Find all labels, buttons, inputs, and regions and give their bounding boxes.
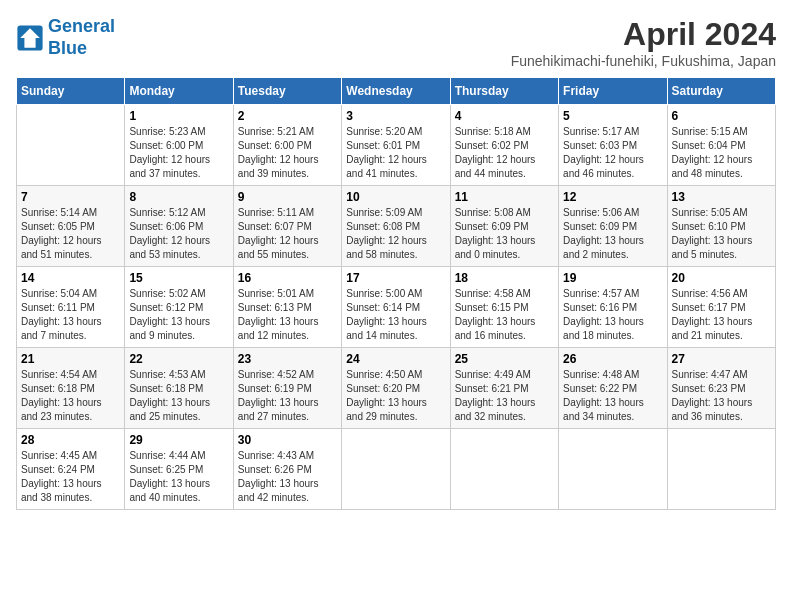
day-number: 30 [238, 433, 337, 447]
day-cell: 19Sunrise: 4:57 AM Sunset: 6:16 PM Dayli… [559, 267, 667, 348]
day-cell: 22Sunrise: 4:53 AM Sunset: 6:18 PM Dayli… [125, 348, 233, 429]
calendar-title: April 2024 [511, 16, 776, 53]
day-cell: 12Sunrise: 5:06 AM Sunset: 6:09 PM Dayli… [559, 186, 667, 267]
day-number: 28 [21, 433, 120, 447]
day-number: 8 [129, 190, 228, 204]
day-number: 4 [455, 109, 554, 123]
weekday-header-wednesday: Wednesday [342, 78, 450, 105]
day-info: Sunrise: 5:12 AM Sunset: 6:06 PM Dayligh… [129, 206, 228, 262]
day-cell: 27Sunrise: 4:47 AM Sunset: 6:23 PM Dayli… [667, 348, 775, 429]
day-number: 12 [563, 190, 662, 204]
day-cell: 7Sunrise: 5:14 AM Sunset: 6:05 PM Daylig… [17, 186, 125, 267]
day-info: Sunrise: 5:04 AM Sunset: 6:11 PM Dayligh… [21, 287, 120, 343]
day-info: Sunrise: 5:14 AM Sunset: 6:05 PM Dayligh… [21, 206, 120, 262]
week-row-4: 21Sunrise: 4:54 AM Sunset: 6:18 PM Dayli… [17, 348, 776, 429]
day-info: Sunrise: 4:58 AM Sunset: 6:15 PM Dayligh… [455, 287, 554, 343]
day-info: Sunrise: 5:09 AM Sunset: 6:08 PM Dayligh… [346, 206, 445, 262]
day-info: Sunrise: 5:15 AM Sunset: 6:04 PM Dayligh… [672, 125, 771, 181]
week-row-5: 28Sunrise: 4:45 AM Sunset: 6:24 PM Dayli… [17, 429, 776, 510]
day-cell: 16Sunrise: 5:01 AM Sunset: 6:13 PM Dayli… [233, 267, 341, 348]
day-number: 26 [563, 352, 662, 366]
day-info: Sunrise: 4:43 AM Sunset: 6:26 PM Dayligh… [238, 449, 337, 505]
day-number: 6 [672, 109, 771, 123]
day-number: 11 [455, 190, 554, 204]
calendar-body: 1Sunrise: 5:23 AM Sunset: 6:00 PM Daylig… [17, 105, 776, 510]
day-info: Sunrise: 4:49 AM Sunset: 6:21 PM Dayligh… [455, 368, 554, 424]
day-number: 14 [21, 271, 120, 285]
day-cell [450, 429, 558, 510]
day-info: Sunrise: 5:20 AM Sunset: 6:01 PM Dayligh… [346, 125, 445, 181]
day-number: 15 [129, 271, 228, 285]
day-number: 24 [346, 352, 445, 366]
page-header: General Blue April 2024 Funehikimachi-fu… [16, 16, 776, 69]
day-cell: 29Sunrise: 4:44 AM Sunset: 6:25 PM Dayli… [125, 429, 233, 510]
day-cell: 9Sunrise: 5:11 AM Sunset: 6:07 PM Daylig… [233, 186, 341, 267]
calendar-subtitle: Funehikimachi-funehiki, Fukushima, Japan [511, 53, 776, 69]
day-cell: 28Sunrise: 4:45 AM Sunset: 6:24 PM Dayli… [17, 429, 125, 510]
day-cell: 4Sunrise: 5:18 AM Sunset: 6:02 PM Daylig… [450, 105, 558, 186]
day-number: 18 [455, 271, 554, 285]
day-number: 21 [21, 352, 120, 366]
day-cell: 2Sunrise: 5:21 AM Sunset: 6:00 PM Daylig… [233, 105, 341, 186]
day-cell [559, 429, 667, 510]
day-info: Sunrise: 4:54 AM Sunset: 6:18 PM Dayligh… [21, 368, 120, 424]
day-info: Sunrise: 4:44 AM Sunset: 6:25 PM Dayligh… [129, 449, 228, 505]
week-row-3: 14Sunrise: 5:04 AM Sunset: 6:11 PM Dayli… [17, 267, 776, 348]
week-row-1: 1Sunrise: 5:23 AM Sunset: 6:00 PM Daylig… [17, 105, 776, 186]
day-cell: 18Sunrise: 4:58 AM Sunset: 6:15 PM Dayli… [450, 267, 558, 348]
day-number: 9 [238, 190, 337, 204]
day-cell: 15Sunrise: 5:02 AM Sunset: 6:12 PM Dayli… [125, 267, 233, 348]
day-cell: 13Sunrise: 5:05 AM Sunset: 6:10 PM Dayli… [667, 186, 775, 267]
day-info: Sunrise: 5:18 AM Sunset: 6:02 PM Dayligh… [455, 125, 554, 181]
day-number: 7 [21, 190, 120, 204]
logo-icon [16, 24, 44, 52]
day-info: Sunrise: 5:06 AM Sunset: 6:09 PM Dayligh… [563, 206, 662, 262]
day-number: 22 [129, 352, 228, 366]
day-info: Sunrise: 5:17 AM Sunset: 6:03 PM Dayligh… [563, 125, 662, 181]
day-number: 23 [238, 352, 337, 366]
title-block: April 2024 Funehikimachi-funehiki, Fukus… [511, 16, 776, 69]
day-cell: 14Sunrise: 5:04 AM Sunset: 6:11 PM Dayli… [17, 267, 125, 348]
day-cell: 1Sunrise: 5:23 AM Sunset: 6:00 PM Daylig… [125, 105, 233, 186]
day-number: 20 [672, 271, 771, 285]
logo-text: General Blue [48, 16, 115, 59]
weekday-header-friday: Friday [559, 78, 667, 105]
day-number: 3 [346, 109, 445, 123]
day-info: Sunrise: 5:23 AM Sunset: 6:00 PM Dayligh… [129, 125, 228, 181]
day-cell: 10Sunrise: 5:09 AM Sunset: 6:08 PM Dayli… [342, 186, 450, 267]
day-info: Sunrise: 4:50 AM Sunset: 6:20 PM Dayligh… [346, 368, 445, 424]
day-info: Sunrise: 5:01 AM Sunset: 6:13 PM Dayligh… [238, 287, 337, 343]
day-info: Sunrise: 5:02 AM Sunset: 6:12 PM Dayligh… [129, 287, 228, 343]
day-number: 29 [129, 433, 228, 447]
day-number: 19 [563, 271, 662, 285]
day-cell: 30Sunrise: 4:43 AM Sunset: 6:26 PM Dayli… [233, 429, 341, 510]
day-info: Sunrise: 5:08 AM Sunset: 6:09 PM Dayligh… [455, 206, 554, 262]
day-cell: 25Sunrise: 4:49 AM Sunset: 6:21 PM Dayli… [450, 348, 558, 429]
logo-line1: General [48, 16, 115, 36]
day-number: 1 [129, 109, 228, 123]
day-number: 13 [672, 190, 771, 204]
day-number: 16 [238, 271, 337, 285]
weekday-header-tuesday: Tuesday [233, 78, 341, 105]
weekday-header-saturday: Saturday [667, 78, 775, 105]
day-cell: 26Sunrise: 4:48 AM Sunset: 6:22 PM Dayli… [559, 348, 667, 429]
day-info: Sunrise: 4:48 AM Sunset: 6:22 PM Dayligh… [563, 368, 662, 424]
day-cell: 21Sunrise: 4:54 AM Sunset: 6:18 PM Dayli… [17, 348, 125, 429]
day-cell: 8Sunrise: 5:12 AM Sunset: 6:06 PM Daylig… [125, 186, 233, 267]
day-cell: 11Sunrise: 5:08 AM Sunset: 6:09 PM Dayli… [450, 186, 558, 267]
week-row-2: 7Sunrise: 5:14 AM Sunset: 6:05 PM Daylig… [17, 186, 776, 267]
day-number: 27 [672, 352, 771, 366]
day-info: Sunrise: 4:47 AM Sunset: 6:23 PM Dayligh… [672, 368, 771, 424]
logo-line2: Blue [48, 38, 87, 58]
day-cell: 17Sunrise: 5:00 AM Sunset: 6:14 PM Dayli… [342, 267, 450, 348]
day-cell [342, 429, 450, 510]
weekday-header-sunday: Sunday [17, 78, 125, 105]
day-info: Sunrise: 4:53 AM Sunset: 6:18 PM Dayligh… [129, 368, 228, 424]
day-cell [667, 429, 775, 510]
weekday-header-thursday: Thursday [450, 78, 558, 105]
day-info: Sunrise: 5:00 AM Sunset: 6:14 PM Dayligh… [346, 287, 445, 343]
day-cell: 3Sunrise: 5:20 AM Sunset: 6:01 PM Daylig… [342, 105, 450, 186]
day-number: 17 [346, 271, 445, 285]
calendar-table: SundayMondayTuesdayWednesdayThursdayFrid… [16, 77, 776, 510]
day-cell: 23Sunrise: 4:52 AM Sunset: 6:19 PM Dayli… [233, 348, 341, 429]
